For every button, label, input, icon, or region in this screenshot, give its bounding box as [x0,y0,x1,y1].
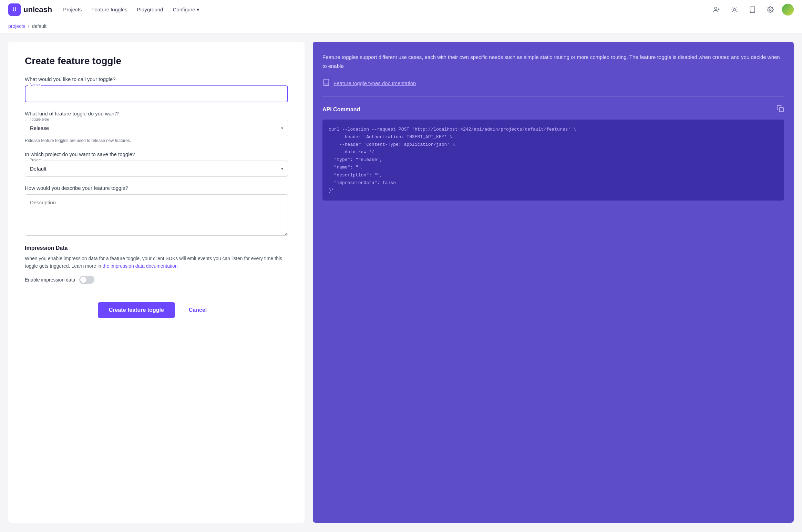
gear-icon[interactable] [764,3,777,16]
toggle-type-helper: Release feature toggles are used to rele… [25,138,288,143]
impression-toggle-label: Enable impression data [25,277,75,283]
breadcrumb: projects / default [8,23,794,29]
breadcrumb-current: default [32,23,47,29]
svg-rect-5 [779,108,783,112]
project-floating-label: Project [28,158,43,162]
description-question-label: How would you describe your feature togg… [25,185,288,191]
navbar-nav: Projects Feature toggles Playground Conf… [63,7,699,13]
impression-data-toggle[interactable] [79,276,94,284]
api-code-block: curl --location --request POST 'http://l… [322,120,784,201]
toggle-type-floating-label: Toggle type [28,117,50,121]
project-question-label: In which project do you want to save the… [25,151,288,157]
toggle-type-select-wrapper: Toggle type Release Experiment Operation… [25,120,288,136]
api-title: API Command [322,106,360,113]
toggle-type-form-group: What kind of feature toggle do you want?… [25,111,288,143]
docs-link-row: Feature toggle types documentation [322,79,784,96]
right-panel: Feature toggles support different use ca… [313,42,794,523]
project-select-wrapper: Project Default [25,161,288,177]
breadcrumb-bar: projects / default [0,19,802,33]
toggle-type-question-label: What kind of feature toggle do you want? [25,111,288,116]
navbar-actions [710,3,794,16]
impression-data-doc-link[interactable]: the impression data documentation [103,263,178,269]
copy-button[interactable] [777,105,784,114]
toggle-type-select[interactable]: Release Experiment Operational Kill swit… [25,120,288,136]
nav-configure-dropdown[interactable]: Configure [173,7,199,13]
name-question-label: What would you like to call your toggle? [25,76,288,82]
description-textarea[interactable] [25,194,288,236]
name-floating-label: Name [28,83,41,87]
cancel-button[interactable]: Cancel [181,302,215,318]
breadcrumb-projects-link[interactable]: projects [8,23,25,29]
nav-link-projects[interactable]: Projects [63,7,82,12]
brand-name: unleash [23,5,52,14]
user-avatar[interactable] [782,4,794,16]
svg-point-0 [714,7,717,9]
add-user-button[interactable] [710,3,723,16]
brand-logo: U [8,3,21,16]
chevron-down-icon [197,7,199,13]
api-section: API Command curl --location --request PO… [322,105,784,201]
nav-link-feature-toggles[interactable]: Feature toggles [91,7,127,12]
form-title: Create feature toggle [25,55,288,66]
navbar: U unleash Projects Feature toggles Playg… [0,0,802,19]
description-form-group: How would you describe your feature togg… [25,185,288,237]
impression-toggle-row: Enable impression data [25,276,288,284]
book-open-icon [322,79,330,88]
brand-logo-link[interactable]: U unleash [8,3,52,16]
project-form-group: In which project do you want to save the… [25,151,288,177]
settings-sun-icon[interactable] [728,3,741,16]
main-container: Create feature toggle What would you lik… [0,33,802,531]
toggle-knob [80,277,86,283]
feature-toggle-docs-link[interactable]: Feature toggle types documentation [333,80,416,86]
name-input-wrapper: Name [25,85,288,102]
nav-link-playground[interactable]: Playground [137,7,163,12]
nav-configure-label: Configure [173,7,195,12]
api-header: API Command [322,105,784,114]
brand-logo-letter: U [12,7,17,13]
breadcrumb-separator: / [28,23,29,29]
form-panel: Create feature toggle What would you lik… [8,42,305,523]
name-input[interactable] [25,85,288,102]
sidebar-description: Feature toggles support different use ca… [322,53,784,70]
impression-title: Impression Data [25,245,288,251]
impression-description: When you enable impression data for a fe… [25,255,288,270]
svg-point-4 [770,9,771,10]
svg-point-3 [733,8,736,11]
form-actions: Create feature toggle Cancel [25,295,288,321]
project-select[interactable]: Default [25,161,288,177]
create-feature-toggle-button[interactable]: Create feature toggle [98,302,175,318]
avatar-image [782,4,794,16]
book-icon[interactable] [746,3,759,16]
impression-section: Impression Data When you enable impressi… [25,245,288,284]
name-form-group: What would you like to call your toggle?… [25,76,288,102]
